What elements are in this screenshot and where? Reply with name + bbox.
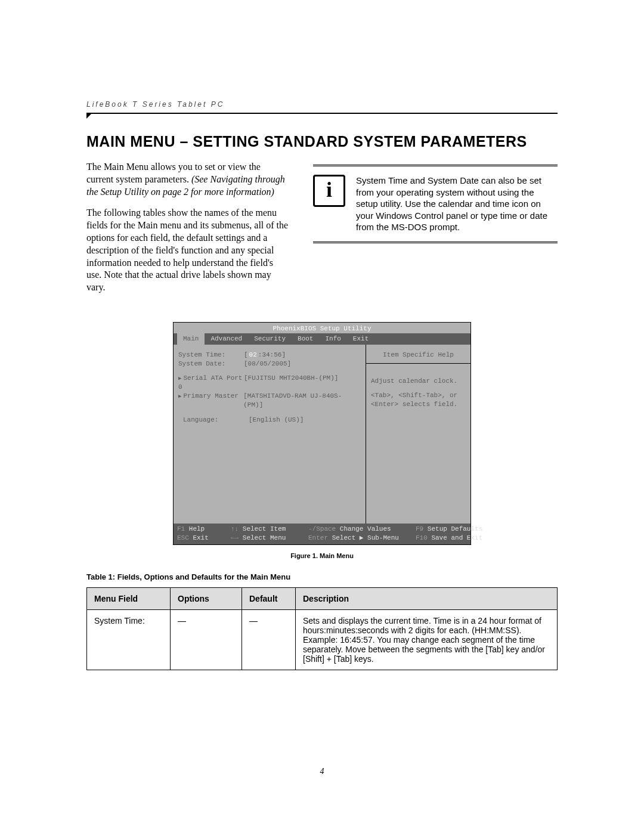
bios-tab-exit[interactable]: Exit <box>347 333 374 345</box>
bios-title: PhoenixBIOS Setup Utility <box>174 323 470 333</box>
info-separator-bottom <box>313 241 558 243</box>
table-title: Table 1: Fields, Options and Defaults fo… <box>86 572 558 581</box>
bios-tab-main[interactable]: Main <box>177 333 205 345</box>
bios-sata-label[interactable]: Serial ATA Port 0 <box>178 374 244 392</box>
page-title: MAIN MENU – SETTING STANDARD SYSTEM PARA… <box>86 133 558 150</box>
bios-tab-advanced[interactable]: Advanced <box>205 333 248 345</box>
bios-help-line-2: <Tab>, <Shift-Tab>, or <box>371 391 466 400</box>
table-row: System Time: — — Sets and displays the c… <box>87 610 558 670</box>
bios-sata-value: [FUJITSU MHT2040BH-(PM)] <box>244 374 338 392</box>
running-header: LifeBook T Series Tablet PC <box>86 100 224 109</box>
bios-system-time-label: System Time: <box>178 351 244 360</box>
bios-system-date-label: System Date: <box>178 360 244 368</box>
header-pointer-icon <box>86 114 91 119</box>
th-menu-field: Menu Field <box>87 588 171 610</box>
bios-tabs: Main Advanced Security Boot Info Exit <box>174 333 470 345</box>
figure-caption: Figure 1. Main Menu <box>173 552 471 559</box>
bios-footer: F1 Help ↑↓ Select Item -/Space Change Va… <box>174 524 470 545</box>
bios-help-line-1: Adjust calendar clock. <box>371 377 466 386</box>
bios-main-panel: System Time: [02:34:56] System Date: [08… <box>174 345 366 524</box>
bios-tab-security[interactable]: Security <box>248 333 292 345</box>
info-icon: i <box>313 175 345 207</box>
intro-paragraph-1: The Main Menu allows you to set or view … <box>86 161 289 198</box>
td-menu-field: System Time: <box>87 610 171 670</box>
page-number: 4 <box>0 767 644 776</box>
bios-help-line-3: <Enter> selects field. <box>371 400 466 409</box>
intro-paragraph-2: The following tables show the names of t… <box>86 207 289 294</box>
bios-screenshot: PhoenixBIOS Setup Utility Main Advanced … <box>173 322 471 545</box>
bios-primary-master-label[interactable]: Primary Master <box>178 392 243 410</box>
bios-language-value[interactable]: [English (US)] <box>249 416 304 425</box>
bios-time-hour-selected[interactable]: 02 <box>248 351 258 358</box>
td-options: — <box>171 610 242 670</box>
bios-system-time-value[interactable]: [02:34:56] <box>244 351 286 360</box>
header-rule <box>86 113 558 114</box>
info-separator-top <box>313 165 558 166</box>
bios-tab-info[interactable]: Info <box>319 333 346 345</box>
fields-table: Menu Field Options Default Description S… <box>86 587 558 670</box>
bios-help-title: Item Specific Help <box>366 345 470 364</box>
bios-primary-master-value: [MATSHITADVD-RAM UJ-840S-(PM)] <box>243 392 361 410</box>
td-default: — <box>242 610 296 670</box>
bios-tab-boot[interactable]: Boot <box>292 333 319 345</box>
info-callout: i System Time and System Date can also b… <box>313 170 558 238</box>
info-text: System Time and System Date can also be … <box>356 175 558 233</box>
bios-language-label: Language: <box>178 416 249 425</box>
bios-help-panel: Item Specific Help Adjust calendar clock… <box>366 345 470 524</box>
td-description: Sets and displays the current time. Time… <box>296 610 558 670</box>
bios-system-date-value[interactable]: [08/05/2005] <box>244 360 291 368</box>
th-default: Default <box>242 588 296 610</box>
th-options: Options <box>171 588 242 610</box>
table-header-row: Menu Field Options Default Description <box>87 588 558 610</box>
th-description: Description <box>296 588 558 610</box>
